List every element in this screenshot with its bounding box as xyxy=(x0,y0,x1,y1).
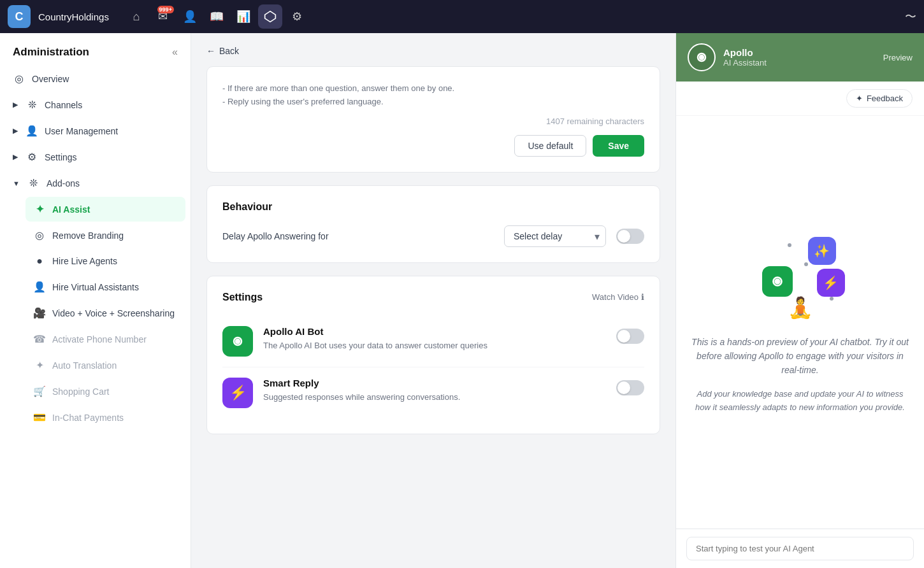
smart-reply-toggle[interactable] xyxy=(616,380,644,395)
smart-reply-name: Smart Reply xyxy=(263,378,606,388)
hint-line-2: - Reply using the user's preferred langu… xyxy=(222,96,644,109)
apollo-icon xyxy=(222,326,253,357)
nav-home-btn[interactable]: ⌂ xyxy=(124,4,148,29)
main-layout: Administration « ◎ Overview ▶ ❊ Channels… xyxy=(0,33,924,568)
sidebar-item-label: User Management xyxy=(45,126,118,136)
settings-title: Settings xyxy=(222,292,263,303)
feedback-label: Feedback xyxy=(867,94,903,103)
smart-reply-info: Smart Reply Suggested responses while an… xyxy=(263,378,606,404)
nav-settings-btn[interactable]: ⚙ xyxy=(285,4,309,29)
preview-description-2: Add your knowledge base and update your … xyxy=(691,388,909,415)
nav-activity-btn[interactable]: 〜 xyxy=(905,9,916,24)
ill-green-box xyxy=(762,266,793,297)
preview-header: Apollo AI Assistant Preview xyxy=(676,33,924,82)
nav-reports-btn[interactable]: 📊 xyxy=(231,4,256,29)
app-brand: CountryHoldings xyxy=(38,11,109,22)
lightning-icon: ⚡ xyxy=(229,385,247,401)
preview-description-1: This is a hands-on preview of your AI ch… xyxy=(691,335,909,378)
nav-inbox-btn[interactable]: ✉ 999+ xyxy=(151,4,175,29)
app-logo: C xyxy=(8,5,31,28)
apollo-name: Apollo AI Bot xyxy=(263,326,606,337)
apollo-ai-bot-row: Apollo AI Bot The Apollo AI Bot uses you… xyxy=(222,316,644,367)
sidebar-item-label: Hire Live Agents xyxy=(52,256,117,266)
sidebar-item-user-management[interactable]: ▶ 👤 User Management xyxy=(5,118,185,143)
nav-contacts-btn[interactable]: 👤 xyxy=(178,4,202,29)
delay-label: Delay Apollo Answering for xyxy=(222,231,494,241)
sidebar-item-settings[interactable]: ▶ ⚙ Settings xyxy=(5,145,185,169)
sidebar-item-shopping-cart[interactable]: 🛒 Shopping Cart xyxy=(25,379,185,404)
person-illustration: 🧘 xyxy=(788,295,813,320)
cart-icon: 🛒 xyxy=(33,385,46,397)
settings-card-header: Settings Watch Video ℹ xyxy=(222,292,644,303)
sidebar-item-label: In-Chat Payments xyxy=(52,413,124,423)
chevron-icon: ▼ xyxy=(13,180,20,187)
hint-text: - If there are more than one question, a… xyxy=(222,82,644,109)
preview-illustration: ✨ ⚡ 🧘 xyxy=(749,231,851,320)
sidebar-title: Administration xyxy=(13,46,89,59)
behaviour-toggle[interactable] xyxy=(616,229,644,244)
sidebar-item-label: Hire Virtual Assistants xyxy=(52,282,139,292)
sidebar-item-label: AI Assist xyxy=(52,204,90,215)
preview-label: Preview xyxy=(883,53,913,62)
back-button[interactable]: ← Back xyxy=(206,46,660,56)
sidebar-item-label: Video + Voice + Screensharing xyxy=(52,308,175,318)
nav-addons-btn[interactable] xyxy=(258,4,282,29)
sidebar-item-label: Add-ons xyxy=(47,178,80,188)
preview-bot-info: Apollo AI Assistant xyxy=(723,47,767,67)
hint-line-1: - If there are more than one question, a… xyxy=(222,82,644,96)
sidebar-item-label: Settings xyxy=(45,152,77,162)
settings-card: Settings Watch Video ℹ Apollo AI Bot The… xyxy=(206,276,660,434)
sidebar-item-label: Remove Branding xyxy=(52,231,124,241)
nav-book-btn[interactable]: 📖 xyxy=(205,4,229,29)
sidebar-item-auto-translation[interactable]: ✦ Auto Translation xyxy=(25,353,185,378)
feedback-star-icon: ✦ xyxy=(856,94,863,103)
svg-point-2 xyxy=(236,339,240,343)
hire-agents-icon: ● xyxy=(33,255,46,267)
chars-remaining: 1407 remaining characters xyxy=(222,117,644,126)
sidebar-item-remove-branding[interactable]: ◎ Remove Branding xyxy=(25,223,185,248)
sidebar-collapse-btn[interactable]: « xyxy=(172,46,178,58)
watch-video-btn[interactable]: Watch Video ℹ xyxy=(592,292,644,302)
watch-video-label: Watch Video xyxy=(592,292,639,302)
sidebar-item-overview[interactable]: ◎ Overview xyxy=(5,66,185,91)
inbox-badge: 999+ xyxy=(157,6,174,13)
sidebar-item-video-voice[interactable]: 🎥 Video + Voice + Screensharing xyxy=(25,301,185,325)
channels-icon: ❊ xyxy=(25,99,38,111)
back-arrow-icon: ← xyxy=(206,46,215,56)
settings-icon: ⚙ xyxy=(25,151,38,163)
smart-reply-desc: Suggested responses while answering conv… xyxy=(263,391,606,404)
svg-point-4 xyxy=(700,55,704,59)
dot-5 xyxy=(830,297,834,301)
payments-icon: 💳 xyxy=(33,411,46,423)
apollo-info: Apollo AI Bot The Apollo AI Bot uses you… xyxy=(263,326,606,352)
behaviour-title: Behaviour xyxy=(222,201,644,213)
smart-reply-icon: ⚡ xyxy=(222,378,253,408)
preview-input-area xyxy=(676,529,924,568)
preview-test-input[interactable] xyxy=(686,537,914,560)
sidebar-item-hire-live-agents[interactable]: ● Hire Live Agents xyxy=(25,249,185,273)
preview-body: ✨ ⚡ 🧘 This is a hands-on preview of your… xyxy=(676,116,924,529)
use-default-button[interactable]: Use default xyxy=(514,135,586,157)
sidebar-item-label: Auto Translation xyxy=(52,360,117,371)
addons-icon: ❊ xyxy=(27,177,40,189)
delay-select[interactable]: Select delay 5 seconds 10 seconds 30 sec… xyxy=(504,225,606,247)
preview-bot-subtitle: AI Assistant xyxy=(723,58,767,67)
hint-card: - If there are more than one question, a… xyxy=(206,66,660,173)
sidebar-item-hire-virtual-assistants[interactable]: 👤 Hire Virtual Assistants xyxy=(25,274,185,299)
sidebar-item-addons[interactable]: ▼ ❊ Add-ons xyxy=(5,171,185,195)
info-icon: ℹ xyxy=(641,292,644,302)
sidebar: Administration « ◎ Overview ▶ ❊ Channels… xyxy=(0,33,191,568)
remove-branding-icon: ◎ xyxy=(33,229,46,241)
save-button[interactable]: Save xyxy=(593,135,644,157)
dot-1 xyxy=(788,243,791,247)
sidebar-item-in-chat-payments[interactable]: 💳 In-Chat Payments xyxy=(25,405,185,430)
sidebar-item-ai-assist[interactable]: ✦ AI Assist xyxy=(25,197,185,222)
chevron-icon: ▶ xyxy=(13,101,18,109)
apollo-toggle[interactable] xyxy=(616,329,644,344)
translation-icon: ✦ xyxy=(33,359,46,371)
back-label: Back xyxy=(219,46,239,56)
sidebar-item-activate-phone[interactable]: ☎ Activate Phone Number xyxy=(25,327,185,351)
sidebar-item-channels[interactable]: ▶ ❊ Channels xyxy=(5,92,185,117)
main-content: ← Back - If there are more than one ques… xyxy=(191,33,675,568)
feedback-button[interactable]: ✦ Feedback xyxy=(846,89,913,108)
